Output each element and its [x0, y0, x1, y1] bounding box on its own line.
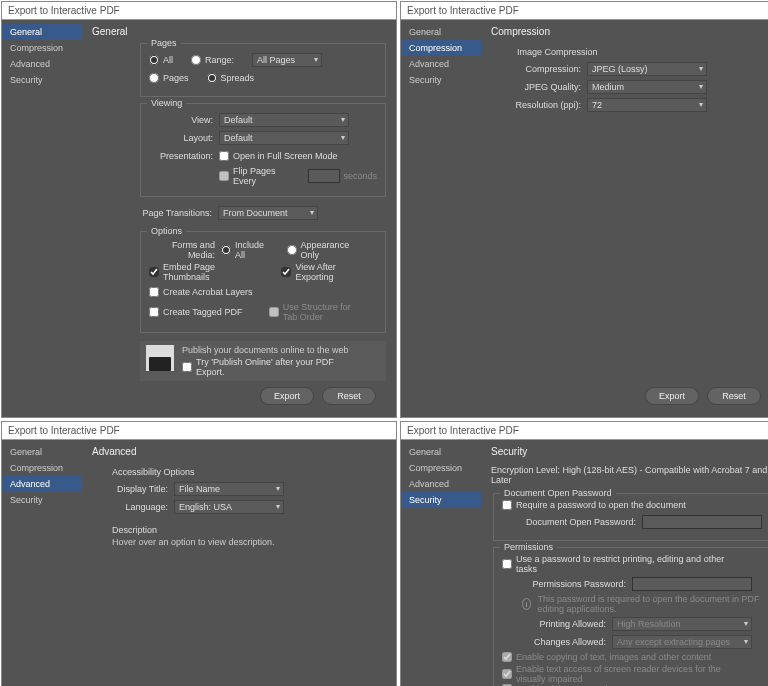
section-label: Viewing — [147, 98, 186, 108]
sidebar-item-compression[interactable]: Compression — [2, 40, 82, 56]
resolution-label: Resolution (ppi): — [497, 100, 587, 110]
pagetrans-label: Page Transitions: — [140, 208, 218, 218]
section-permissions: Permissions Use a password to restrict p… — [493, 547, 768, 686]
sidebar-item-security[interactable]: Security — [401, 492, 481, 508]
section-label: Permissions — [500, 542, 557, 552]
range-select[interactable]: All Pages — [252, 53, 322, 67]
resolution-select[interactable]: 72 — [587, 98, 707, 112]
section-viewing: Viewing View: Default Layout: Default Pr… — [140, 103, 386, 197]
quality-select[interactable]: Medium — [587, 80, 707, 94]
doc-open-pwd-label: Document Open Password: — [522, 517, 642, 527]
publish-line1: Publish your documents online to the web — [182, 345, 380, 355]
publish-thumb-icon — [146, 345, 174, 371]
layout-select[interactable]: Default — [219, 131, 349, 145]
sidebar-item-general[interactable]: General — [401, 24, 481, 40]
compression-select[interactable]: JPEG (Lossy) — [587, 62, 707, 76]
section-label: Pages — [147, 38, 181, 48]
changes-select: Any except extracting pages — [612, 635, 752, 649]
perm-pwd-label: Permissions Password: — [522, 579, 632, 589]
panel-heading: General — [92, 26, 386, 37]
section-doc-open: Document Open Password Require a passwor… — [493, 493, 768, 541]
printing-select: High Resolution — [612, 617, 752, 631]
language-label: Language: — [104, 502, 174, 512]
sidebar: General Compression Advanced Security — [401, 20, 481, 417]
language-select[interactable]: English: USA — [174, 500, 284, 514]
checkbox-flip: Flip Pages Every — [219, 166, 290, 186]
checkbox-embed-thumbs[interactable]: Embed Page Thumbnails — [149, 262, 263, 282]
perm-info: This password is required to open the do… — [537, 594, 762, 614]
sidebar-item-security[interactable]: Security — [401, 72, 481, 88]
reset-button[interactable]: Reset — [707, 387, 761, 405]
description-body: Hover over an option to view description… — [112, 537, 386, 547]
checkbox-view-after[interactable]: View After Exporting — [281, 262, 359, 282]
access-options-label: Accessibility Options — [112, 467, 386, 477]
sidebar-item-advanced[interactable]: Advanced — [2, 476, 82, 492]
dialog-compression: Export to Interactive PDF General Compre… — [400, 1, 768, 418]
dialog-advanced: Export to Interactive PDF General Compre… — [1, 421, 397, 686]
doc-open-pwd-input — [642, 515, 762, 529]
sidebar-item-advanced[interactable]: Advanced — [401, 56, 481, 72]
section-options: Options Forms and Media: Include All App… — [140, 231, 386, 333]
radio-all[interactable]: All — [149, 55, 173, 65]
publish-online-box: Publish your documents online to the web… — [140, 341, 386, 381]
dialog-security: Export to Interactive PDF General Compre… — [400, 421, 768, 686]
sidebar: General Compression Advanced Security — [2, 20, 82, 417]
checkbox-try-publish[interactable]: Try 'Publish Online' after your PDF Expo… — [182, 357, 362, 377]
panel-heading: Security — [491, 446, 768, 457]
sidebar-item-security[interactable]: Security — [2, 492, 82, 508]
image-comp-label: Image Compression — [517, 47, 768, 57]
checkbox-tagged-pdf[interactable]: Create Tagged PDF — [149, 307, 251, 317]
display-title-label: Display Title: — [104, 484, 174, 494]
description-heading: Description — [112, 525, 386, 535]
display-title-select[interactable]: File Name — [174, 482, 284, 496]
view-label: View: — [149, 115, 219, 125]
window-title: Export to Interactive PDF — [401, 2, 768, 20]
forms-label: Forms and Media: — [149, 240, 221, 260]
export-button[interactable]: Export — [645, 387, 699, 405]
changes-label: Changes Allowed: — [522, 637, 612, 647]
checkbox-structure-tab: Use Structure for Tab Order — [269, 302, 359, 322]
window-title: Export to Interactive PDF — [2, 2, 396, 20]
flip-unit: seconds — [344, 171, 378, 181]
sidebar-item-general[interactable]: General — [401, 444, 481, 460]
sidebar-item-compression[interactable]: Compression — [401, 40, 481, 56]
compression-label: Compression: — [497, 64, 587, 74]
sidebar: General Compression Advanced Security — [401, 440, 481, 686]
checkbox-fullscreen[interactable]: Open in Full Screen Mode — [219, 151, 338, 161]
checkbox-require-open-pwd[interactable]: Require a password to open the document — [502, 500, 686, 510]
sidebar-item-security[interactable]: Security — [2, 72, 82, 88]
sidebar: General Compression Advanced Security — [2, 440, 82, 686]
window-title: Export to Interactive PDF — [401, 422, 768, 440]
sidebar-item-general[interactable]: General — [2, 24, 82, 40]
section-label: Document Open Password — [500, 488, 616, 498]
radio-spreads[interactable]: Spreads — [207, 73, 255, 83]
radio-range[interactable]: Range: — [191, 55, 234, 65]
export-button[interactable]: Export — [260, 387, 314, 405]
section-label: Options — [147, 226, 186, 236]
radio-include-all[interactable]: Include All — [221, 240, 269, 260]
view-select[interactable]: Default — [219, 113, 349, 127]
sidebar-item-compression[interactable]: Compression — [2, 460, 82, 476]
window-title: Export to Interactive PDF — [2, 422, 396, 440]
checkbox-use-perm-pwd[interactable]: Use a password to restrict printing, edi… — [502, 554, 744, 574]
sidebar-item-advanced[interactable]: Advanced — [2, 56, 82, 72]
radio-pages[interactable]: Pages — [149, 73, 189, 83]
panel-heading: Compression — [491, 26, 768, 37]
layout-label: Layout: — [149, 133, 219, 143]
section-pages: Pages All Range: All Pages Pages Spreads — [140, 43, 386, 97]
checkbox-enable-screen: Enable text access of screen reader devi… — [502, 664, 744, 684]
sidebar-item-compression[interactable]: Compression — [401, 460, 481, 476]
quality-label: JPEG Quality: — [497, 82, 587, 92]
sidebar-item-advanced[interactable]: Advanced — [401, 476, 481, 492]
radio-appearance-only[interactable]: Appearance Only — [287, 240, 359, 260]
info-icon: i — [522, 598, 531, 610]
checkbox-enable-copy: Enable copying of text, images and other… — [502, 652, 711, 662]
checkbox-acro-layers[interactable]: Create Acrobat Layers — [149, 287, 253, 297]
pagetrans-select[interactable]: From Document — [218, 206, 318, 220]
reset-button[interactable]: Reset — [322, 387, 376, 405]
printing-label: Printing Allowed: — [522, 619, 612, 629]
presentation-label: Presentation: — [149, 151, 219, 161]
flip-seconds-input — [308, 169, 340, 183]
sidebar-item-general[interactable]: General — [2, 444, 82, 460]
dialog-general: Export to Interactive PDF General Compre… — [1, 1, 397, 418]
